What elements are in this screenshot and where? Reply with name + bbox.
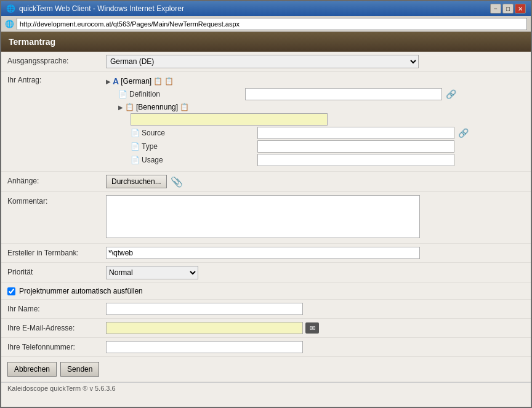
projektnummer-label: Projektnummer automatisch ausfüllen: [19, 287, 143, 295]
source-field-label: 📄 Source: [131, 129, 254, 137]
anhaenge-control: Durchsuchen... 📎: [106, 175, 525, 188]
ersteller-input[interactable]: [106, 247, 420, 259]
address-input[interactable]: [17, 18, 527, 30]
benennung-copy-icon[interactable]: 📋: [180, 103, 189, 111]
definition-field-label: 📄 Definition: [118, 90, 241, 98]
german-arrow[interactable]: ▶: [106, 78, 111, 85]
benennung-value-row: [131, 113, 525, 126]
type-row: 📄 Type: [131, 140, 525, 153]
prioritaet-control: Normal Hoch Niedrig: [106, 266, 525, 279]
ersteller-row: Ersteller in Termbank:: [1, 244, 531, 263]
kommentar-control: [106, 195, 525, 240]
ausgangssprache-control: German (DE): [106, 55, 525, 68]
browse-button[interactable]: Durchsuchen...: [106, 175, 167, 188]
telefon-input[interactable]: [106, 341, 303, 353]
benennung-label: [Benennung]: [136, 103, 178, 111]
definition-area: 📄 Definition 🔗 ▶ 📋 [Benennung] 📋: [118, 88, 525, 166]
ihr-name-label: Ihr Name:: [7, 303, 106, 313]
projektnummer-checkbox[interactable]: [7, 287, 15, 295]
title-bar-left: 🌐 quickTerm Web Client - Windows Interne…: [6, 4, 184, 13]
email-label: Ihre E-Mail-Adresse:: [7, 322, 106, 332]
type-input[interactable]: [257, 140, 454, 153]
ausgangssprache-row: Ausgangssprache: German (DE): [1, 52, 531, 72]
footer: Kaleidoscope quickTerm ® v 5.6.3.6: [1, 382, 531, 394]
projektnummer-row: Projektnummer automatisch ausfüllen: [1, 283, 531, 300]
page-header: Termantrag: [1, 32, 531, 52]
tree-row: Ihr Antrag: ▶ A [German] 📋 📋: [7, 76, 525, 167]
source-row: 📄 Source 🔗: [131, 127, 525, 139]
prioritaet-row: Priorität Normal Hoch Niedrig: [1, 263, 531, 283]
abbrechen-button[interactable]: Abbrechen: [7, 362, 57, 377]
source-icon: 📄: [131, 129, 140, 137]
prioritaet-label: Priorität: [7, 266, 106, 276]
tree-right: ▶ A [German] 📋 📋 📄 Definition: [106, 76, 525, 167]
anhaenge-label: Anhänge:: [7, 175, 106, 185]
senden-button[interactable]: Senden: [60, 362, 99, 377]
action-row: Abbrechen Senden: [1, 357, 531, 382]
usage-field-label: 📄 Usage: [131, 156, 254, 164]
source-input[interactable]: [257, 127, 454, 139]
kommentar-textarea[interactable]: [106, 195, 420, 238]
kommentar-label: Kommentar:: [7, 195, 106, 206]
email-row: Ihre E-Mail-Adresse: ✉: [1, 319, 531, 338]
definition-link-icon[interactable]: 🔗: [446, 89, 456, 99]
email-control: ✉: [106, 322, 525, 334]
definition-input[interactable]: [245, 88, 442, 100]
definition-icon: 📄: [118, 90, 127, 98]
benennung-arrow[interactable]: ▶: [118, 104, 123, 111]
browser-icon: 🌐: [5, 20, 14, 28]
tree-left: Ihr Antrag:: [7, 76, 106, 84]
address-bar: 🌐: [1, 16, 531, 32]
attachment-icon: 📎: [171, 176, 183, 188]
close-button[interactable]: ✕: [515, 4, 526, 14]
copy-icon[interactable]: 📋: [153, 77, 163, 86]
ersteller-label: Ersteller in Termbank:: [7, 247, 106, 257]
usage-input[interactable]: [257, 154, 454, 166]
kommentar-row: Kommentar:: [1, 192, 531, 244]
a-icon: A: [113, 76, 119, 86]
benennung-node: ▶ 📋 [Benennung] 📋: [118, 102, 525, 112]
ihr-name-row: Ihr Name:: [1, 300, 531, 319]
main-window: 🌐 quickTerm Web Client - Windows Interne…: [0, 0, 532, 408]
maximize-button[interactable]: □: [502, 4, 514, 14]
benennung-icon: 📋: [125, 103, 134, 111]
ihr-antrag-label: Ihr Antrag:: [7, 74, 41, 84]
german-label: [German]: [121, 77, 151, 86]
source-link-icon[interactable]: 🔗: [458, 128, 469, 138]
ausgangssprache-label: Ausgangssprache:: [7, 55, 106, 65]
ausgangssprache-select[interactable]: German (DE): [106, 55, 419, 68]
title-bar: 🌐 quickTerm Web Client - Windows Interne…: [1, 1, 531, 16]
priority-select[interactable]: Normal Hoch Niedrig: [106, 266, 198, 279]
telefon-control: [106, 341, 525, 353]
ihr-name-control: [106, 303, 525, 315]
window-title: quickTerm Web Client - Windows Internet …: [19, 4, 184, 13]
usage-icon: 📄: [131, 156, 140, 164]
definition-row: 📄 Definition 🔗: [118, 88, 525, 100]
type-icon: 📄: [131, 142, 140, 151]
telefon-label: Ihre Telefonnummer:: [7, 341, 106, 351]
german-node: ▶ A [German] 📋 📋: [106, 76, 525, 87]
anhaenge-row: Anhänge: Durchsuchen... 📎: [1, 172, 531, 192]
footer-text: Kaleidoscope quickTerm ® v 5.6.3.6: [7, 385, 116, 392]
ihr-name-input[interactable]: [106, 303, 303, 315]
type-field-label: 📄 Type: [131, 142, 254, 151]
email-input[interactable]: [106, 322, 303, 334]
content-area: Termantrag Ausgangssprache: German (DE) …: [1, 32, 531, 407]
paste-icon[interactable]: 📋: [164, 77, 174, 86]
email-icon: ✉: [305, 322, 319, 334]
app-icon: 🌐: [6, 4, 15, 13]
telefon-row: Ihre Telefonnummer:: [1, 338, 531, 357]
minimize-button[interactable]: −: [490, 4, 501, 14]
title-bar-buttons: − □ ✕: [490, 4, 526, 14]
benennung-value-input[interactable]: [131, 113, 328, 126]
ihr-antrag-area: Ihr Antrag: ▶ A [German] 📋 📋: [1, 72, 531, 172]
benennung-input-area: 📄 Source 🔗 📄 Type: [131, 113, 525, 166]
ersteller-control: [106, 247, 525, 259]
usage-row: 📄 Usage: [131, 154, 525, 166]
